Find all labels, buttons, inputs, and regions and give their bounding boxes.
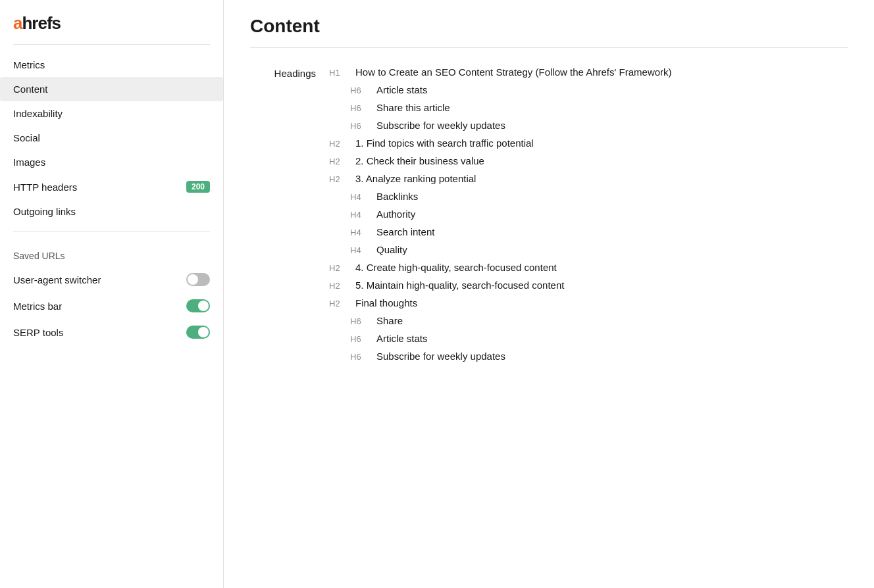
heading-text-10: Quality: [376, 244, 407, 255]
heading-text-11: 4. Create high-quality, search-focused c…: [355, 262, 557, 273]
toggle-metrics-bar[interactable]: [186, 299, 210, 312]
toggle-knob-serp-tools: [198, 327, 209, 337]
sidebar-mid-divider: [13, 232, 210, 232]
toggle-knob-metrics-bar: [198, 301, 209, 311]
heading-row-15: H6Article stats: [350, 333, 848, 344]
headings-label: Headings: [250, 66, 329, 79]
sidebar-item-label-images: Images: [13, 157, 45, 168]
heading-text-15: Article stats: [376, 333, 428, 344]
logo-a: a: [13, 13, 22, 33]
heading-tag-12: H2: [329, 281, 350, 291]
heading-text-4: 1. Find topics with search traffic poten…: [355, 137, 534, 149]
heading-row-11: H24. Create high-quality, search-focused…: [329, 262, 848, 273]
heading-tag-5: H2: [329, 157, 350, 166]
heading-row-6: H23. Analyze ranking potential: [329, 173, 848, 184]
toggle-label-serp-tools: SERP tools: [13, 327, 63, 338]
heading-row-0: H1How to Create an SEO Content Strategy …: [329, 66, 848, 78]
heading-text-14: Share: [376, 315, 403, 326]
heading-text-12: 5. Maintain high-quality, search-focused…: [355, 280, 564, 291]
sidebar-item-social[interactable]: Social: [0, 126, 223, 150]
heading-tag-4: H2: [329, 139, 350, 149]
sidebar-item-label-social: Social: [13, 132, 40, 143]
heading-tag-8: H4: [350, 210, 371, 220]
heading-text-0: How to Create an SEO Content Strategy (F…: [355, 66, 672, 78]
heading-row-1: H6Article stats: [350, 84, 848, 95]
heading-tag-7: H4: [350, 192, 371, 202]
heading-row-14: H6Share: [350, 315, 848, 326]
heading-text-13: Final thoughts: [355, 297, 417, 308]
heading-row-3: H6Subscribe for weekly updates: [350, 120, 848, 131]
sidebar-item-label-content: Content: [13, 84, 48, 95]
heading-tag-0: H1: [329, 68, 350, 78]
logo-hrefs: hrefs: [22, 13, 61, 33]
heading-text-6: 3. Analyze ranking potential: [355, 173, 476, 184]
heading-row-10: H4Quality: [350, 244, 848, 255]
heading-text-16: Subscribe for weekly updates: [376, 351, 505, 362]
sidebar-item-metrics[interactable]: Metrics: [0, 53, 223, 77]
sidebar-item-content[interactable]: Content: [0, 77, 223, 101]
heading-row-4: H21. Find topics with search traffic pot…: [329, 137, 848, 149]
sidebar-item-label-indexability: Indexability: [13, 108, 63, 119]
main-content: Content Headings H1How to Create an SEO …: [224, 0, 874, 588]
toggle-user-agent-switcher[interactable]: [186, 273, 210, 286]
heading-text-5: 2. Check their business value: [355, 155, 484, 166]
heading-tag-16: H6: [350, 352, 371, 362]
toggle-row-user-agent-switcher: User-agent switcher: [0, 266, 223, 293]
heading-tag-10: H4: [350, 245, 371, 255]
heading-text-1: Article stats: [376, 84, 428, 95]
heading-tag-15: H6: [350, 334, 371, 344]
heading-text-2: Share this article: [376, 102, 450, 113]
sidebar-item-outgoing-links[interactable]: Outgoing links: [0, 199, 223, 224]
toggle-knob-user-agent-switcher: [188, 274, 198, 285]
toggle-label-metrics-bar: Metrics bar: [13, 301, 62, 312]
sidebar-nav: MetricsContentIndexabilitySocialImagesHT…: [0, 53, 223, 224]
heading-row-13: H2Final thoughts: [329, 297, 848, 308]
heading-tag-2: H6: [350, 103, 371, 113]
sidebar-top-divider: [13, 44, 210, 45]
heading-tag-3: H6: [350, 121, 371, 131]
heading-tag-14: H6: [350, 316, 371, 326]
heading-text-9: Search intent: [376, 226, 434, 237]
heading-tag-6: H2: [329, 174, 350, 184]
toggle-serp-tools[interactable]: [186, 326, 210, 339]
heading-row-16: H6Subscribe for weekly updates: [350, 351, 848, 362]
toggle-container: User-agent switcherMetrics barSERP tools: [0, 266, 223, 345]
headings-section: Headings H1How to Create an SEO Content …: [250, 66, 848, 368]
sidebar-item-indexability[interactable]: Indexability: [0, 101, 223, 126]
heading-text-7: Backlinks: [376, 191, 418, 202]
toggle-row-serp-tools: SERP tools: [0, 319, 223, 345]
sidebar-item-label-http-headers: HTTP headers: [13, 182, 77, 193]
logo: ahrefs: [0, 13, 223, 44]
heading-row-7: H4Backlinks: [350, 191, 848, 202]
sidebar-item-label-outgoing-links: Outgoing links: [13, 206, 76, 217]
sidebar-item-http-headers[interactable]: HTTP headers200: [0, 174, 223, 199]
heading-tag-13: H2: [329, 299, 350, 308]
heading-row-12: H25. Maintain high-quality, search-focus…: [329, 280, 848, 291]
heading-row-9: H4Search intent: [350, 226, 848, 237]
sidebar-item-images[interactable]: Images: [0, 150, 223, 174]
heading-tag-9: H4: [350, 228, 371, 237]
heading-tag-1: H6: [350, 86, 371, 95]
saved-urls-label: Saved URLs: [0, 240, 223, 266]
heading-row-2: H6Share this article: [350, 102, 848, 113]
main-divider: [250, 47, 848, 48]
heading-text-3: Subscribe for weekly updates: [376, 120, 505, 131]
headings-list: H1How to Create an SEO Content Strategy …: [329, 66, 848, 368]
heading-row-5: H22. Check their business value: [329, 155, 848, 166]
toggle-label-user-agent-switcher: User-agent switcher: [13, 274, 101, 285]
heading-tag-11: H2: [329, 263, 350, 273]
sidebar-badge-http-headers: 200: [186, 181, 210, 193]
page-title: Content: [250, 16, 848, 37]
heading-row-8: H4Authority: [350, 208, 848, 220]
sidebar-item-label-metrics: Metrics: [13, 59, 45, 70]
sidebar: ahrefs MetricsContentIndexabilitySocialI…: [0, 0, 224, 588]
toggle-row-metrics-bar: Metrics bar: [0, 293, 223, 319]
heading-text-8: Authority: [376, 208, 415, 220]
